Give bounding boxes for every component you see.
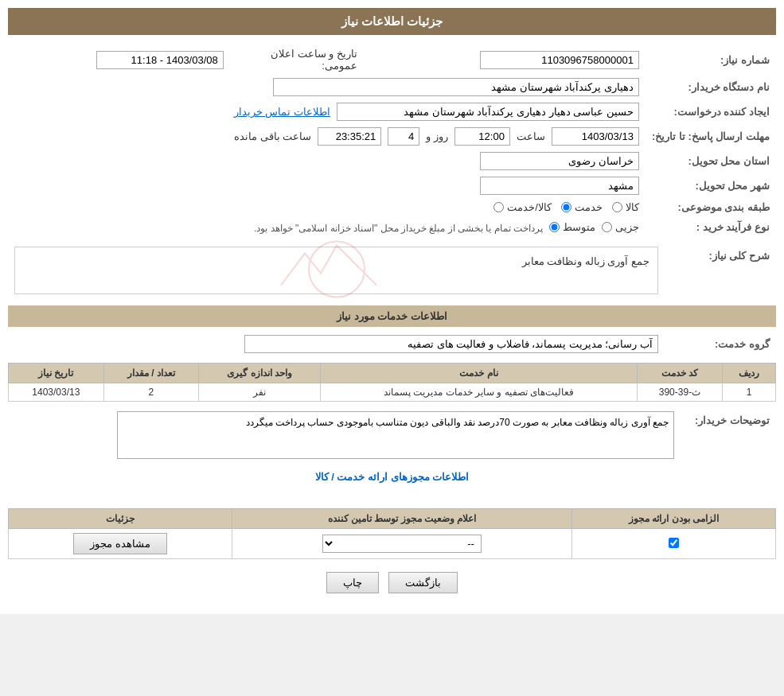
permit-status-cell: -- <box>232 529 571 559</box>
service-group-table: گروه خدمت: <box>8 332 776 356</box>
permit-required-cell <box>572 529 776 559</box>
purchase-type-medium-radio[interactable] <box>549 222 560 232</box>
announce-label: تاریخ و ساعت اعلان عمومی: <box>271 48 357 72</box>
need-description-label: شرح کلی نیاز: <box>708 250 770 262</box>
print-button[interactable]: چاپ <box>326 572 379 593</box>
need-description-section: شرح کلی نیاز: جمع آوری زباله ونظافت معاب… <box>8 243 776 297</box>
need-number-label: شماره نیاز: <box>646 45 776 75</box>
need-description-text: جمع آوری زباله ونظافت معابر <box>522 255 649 267</box>
page-title: جزئیات اطلاعات نیاز <box>341 14 443 28</box>
page-header: جزئیات اطلاعات نیاز <box>8 8 776 35</box>
back-button[interactable]: بازگشت <box>388 572 458 593</box>
service-name: فعالیت‌های تصفیه و سایر خدمات مدیریت پسم… <box>321 383 637 402</box>
buyer-org-label: نام دستگاه خریدار: <box>646 75 776 99</box>
table-row: 1 ث-39-390 فعالیت‌های تصفیه و سایر خدمات… <box>9 383 776 402</box>
province-input[interactable] <box>480 152 639 170</box>
response-countdown-label: ساعت باقی مانده <box>234 130 311 142</box>
permits-section-link[interactable]: اطلاعات مجوزهای ارائه خدمت / کالا <box>8 471 776 483</box>
need-number-input[interactable] <box>480 51 639 69</box>
buyer-org-input[interactable] <box>273 78 639 96</box>
response-date-input[interactable] <box>552 127 639 146</box>
col-header-row: ردیف <box>723 364 776 383</box>
col-header-name: نام خدمت <box>321 364 637 383</box>
svg-point-0 <box>309 242 365 297</box>
purchase-type-partial-radio[interactable] <box>602 222 612 232</box>
category-goods-service-label: کالا/خدمت <box>507 201 552 213</box>
response-time-input[interactable] <box>454 127 510 146</box>
province-label: استان محل تحویل: <box>646 149 776 173</box>
need-description-box: جمع آوری زباله ونظافت معابر <box>14 247 658 294</box>
purchase-type-note: پرداخت تمام یا بخشی از مبلغ خریداز محل "… <box>254 223 543 234</box>
response-countdown-input[interactable] <box>318 127 381 146</box>
service-code: ث-39-390 <box>637 383 723 402</box>
permit-required-checkbox[interactable] <box>669 538 679 548</box>
announce-input[interactable] <box>96 51 224 69</box>
service-date: 1403/03/13 <box>9 383 104 402</box>
main-info-table: شماره نیاز: تاریخ و ساعت اعلان عمومی: نا… <box>8 45 776 237</box>
col-header-date: تاریخ نیاز <box>9 364 104 383</box>
service-group-label: گروه خدمت: <box>665 332 776 356</box>
creator-label: ایجاد کننده درخواست: <box>646 99 776 124</box>
permit-row: -- مشاهده مجوز <box>9 529 776 559</box>
row-number: 1 <box>723 383 776 402</box>
service-group-input[interactable] <box>244 335 658 353</box>
permit-col-status: اعلام وضعیت مجوز توسط تامین کننده <box>232 509 571 529</box>
response-days-input[interactable] <box>388 127 419 146</box>
category-label: طبقه بندی موضوعی: <box>646 198 776 216</box>
creator-input[interactable] <box>337 103 639 121</box>
permit-col-required: الزامی بودن ارائه مجوز <box>572 509 776 529</box>
permit-col-details: جزئیات <box>9 509 232 529</box>
category-radio-group: کالا خدمت کالا/خدمت <box>493 201 639 213</box>
category-service-label: خدمت <box>575 201 603 213</box>
category-service-radio[interactable] <box>561 202 571 212</box>
city-label: شهر محل تحویل: <box>646 173 776 198</box>
response-date-label: مهلت ارسال پاسخ: تا تاریخ: <box>646 124 776 149</box>
buyer-desc-label: توضیحات خریدار: <box>695 414 770 426</box>
buyer-desc-textarea[interactable]: جمع آوری زباله ونظافت معابر به صورت 70در… <box>117 411 674 459</box>
permits-title: اطلاعات مجوزهای ارائه خدمت / کالا <box>315 471 470 483</box>
permit-status-select[interactable]: -- <box>322 535 482 553</box>
buyer-description-section: توضیحات خریدار: جمع آوری زباله ونظافت مع… <box>8 408 776 465</box>
service-unit: نفر <box>199 383 321 402</box>
purchase-type-medium-label: متوسط <box>563 221 595 233</box>
response-days-label: روز و <box>426 130 448 142</box>
purchase-type-label: نوع فرآیند خرید : <box>646 216 776 237</box>
purchase-type-partial-label: جزیی <box>615 221 639 233</box>
category-goods-radio[interactable] <box>612 202 622 212</box>
category-goods-label: کالا <box>626 201 639 213</box>
bottom-buttons-area: بازگشت چاپ <box>8 572 776 593</box>
permits-table: الزامی بودن ارائه مجوز اعلام وضعیت مجوز … <box>8 508 776 559</box>
category-goods-service-radio[interactable] <box>493 202 504 212</box>
creator-contact-link[interactable]: اطلاعات تماس خریدار <box>234 106 330 118</box>
service-items-table: ردیف کد خدمت نام خدمت واحد اندازه گیری ت… <box>8 363 776 402</box>
col-header-unit: واحد اندازه گیری <box>199 364 321 383</box>
response-time-label: ساعت <box>517 130 545 142</box>
service-quantity: 2 <box>103 383 199 402</box>
permit-details-cell: مشاهده مجوز <box>9 529 232 559</box>
service-info-header: اطلاعات خدمات مورد نیاز <box>8 305 776 327</box>
col-header-code: کد خدمت <box>637 364 723 383</box>
col-header-quantity: تعداد / مقدار <box>103 364 199 383</box>
city-input[interactable] <box>480 177 639 195</box>
view-permit-button[interactable]: مشاهده مجوز <box>73 533 167 554</box>
watermark <box>265 238 408 304</box>
